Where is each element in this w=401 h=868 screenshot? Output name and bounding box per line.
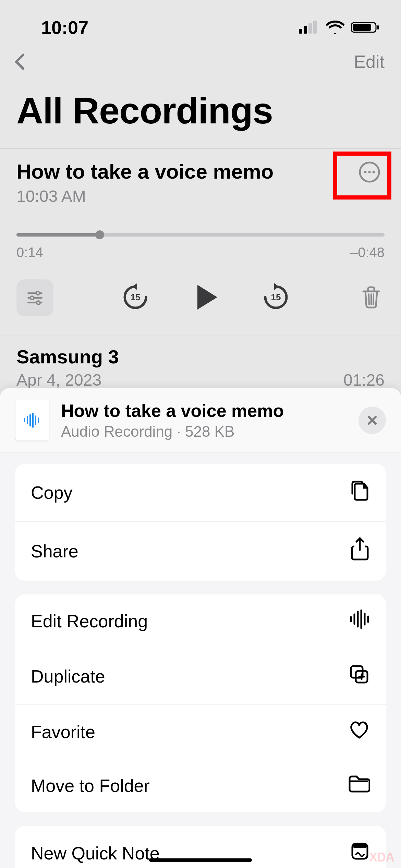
- menu-item-edit-recording[interactable]: Edit Recording: [15, 594, 386, 648]
- status-bar: 10:07: [0, 0, 401, 45]
- audio-file-thumbnail: [15, 400, 49, 441]
- options-sliders-button[interactable]: [16, 279, 53, 316]
- waveform-icon: [349, 610, 370, 633]
- menu-item-share[interactable]: Share: [15, 521, 386, 581]
- duplicate-icon: [348, 663, 370, 689]
- quick-note-icon: [350, 841, 370, 866]
- watermark: XDA: [369, 850, 394, 865]
- recording-duration: 01:26: [343, 371, 385, 389]
- forward-15-button[interactable]: 15: [260, 282, 291, 314]
- svg-point-14: [31, 296, 34, 300]
- elapsed-time: 0:14: [16, 245, 43, 260]
- delete-button[interactable]: [358, 284, 385, 312]
- recording-time: 10:03 AM: [16, 187, 385, 206]
- svg-rect-0: [299, 29, 302, 34]
- svg-text:15: 15: [271, 292, 281, 302]
- share-icon: [350, 537, 370, 566]
- svg-line-21: [373, 294, 374, 304]
- status-indicators: [299, 21, 380, 34]
- menu-item-label: Move to Folder: [31, 775, 150, 796]
- rewind-15-button[interactable]: 15: [120, 282, 151, 314]
- svg-rect-2: [308, 23, 312, 34]
- more-button[interactable]: [354, 157, 385, 187]
- copy-icon: [350, 479, 370, 506]
- svg-text:15: 15: [131, 292, 141, 302]
- svg-rect-3: [313, 21, 317, 34]
- menu-group: Edit Recording: [15, 594, 386, 812]
- recording-date: Apr 4, 2023: [16, 371, 119, 389]
- recording-title: How to take a voice memo: [16, 160, 385, 183]
- menu-item-duplicate[interactable]: Duplicate: [15, 648, 386, 704]
- menu-group: Copy Share: [15, 464, 386, 581]
- sheet-subtitle: Audio Recording · 528 KB: [61, 423, 347, 440]
- svg-point-9: [368, 171, 371, 173]
- close-sheet-button[interactable]: [359, 407, 386, 434]
- svg-rect-1: [304, 26, 307, 34]
- cellular-icon: [299, 21, 319, 34]
- folder-icon: [348, 774, 370, 797]
- menu-item-label: Edit Recording: [31, 611, 148, 631]
- menu-item-label: Duplicate: [31, 666, 105, 687]
- svg-point-10: [373, 171, 375, 173]
- heart-icon: [348, 720, 370, 744]
- menu-item-move-to-folder[interactable]: Move to Folder: [15, 759, 386, 812]
- menu-item-label: Copy: [31, 482, 72, 503]
- wifi-icon: [326, 21, 345, 34]
- svg-rect-40: [352, 844, 367, 848]
- menu-item-label: Share: [31, 541, 78, 562]
- scrubber-knob[interactable]: [95, 230, 104, 239]
- remaining-time: –0:48: [350, 245, 385, 260]
- sheet-title: How to take a voice memo: [61, 400, 347, 421]
- svg-rect-5: [353, 24, 371, 31]
- menu-item-label: Favorite: [31, 722, 95, 742]
- page-title: All Recordings: [0, 75, 401, 148]
- svg-rect-6: [377, 25, 379, 29]
- status-time: 10:07: [41, 17, 88, 38]
- svg-point-12: [36, 291, 39, 295]
- edit-button[interactable]: Edit: [354, 51, 385, 72]
- current-recording[interactable]: How to take a voice memo 10:03 AM: [0, 149, 401, 219]
- home-indicator[interactable]: [149, 858, 252, 862]
- battery-icon: [351, 21, 380, 34]
- menu-item-favorite[interactable]: Favorite: [15, 704, 386, 759]
- menu-item-label: New Quick Note: [31, 843, 160, 864]
- back-button[interactable]: [10, 51, 31, 72]
- menu-item-copy[interactable]: Copy: [15, 464, 386, 521]
- nav-bar: Edit: [0, 45, 401, 75]
- context-menu-sheet: How to take a voice memo Audio Recording…: [0, 388, 401, 868]
- svg-point-16: [37, 301, 40, 304]
- svg-point-8: [364, 171, 367, 173]
- svg-line-19: [369, 294, 369, 304]
- recording-title: Samsung 3: [16, 346, 119, 368]
- play-button[interactable]: [189, 280, 223, 316]
- scrubber-progress: [16, 233, 100, 237]
- playback-scrubber[interactable]: 0:14 –0:48: [0, 219, 401, 260]
- playback-controls: 15 15: [0, 260, 401, 336]
